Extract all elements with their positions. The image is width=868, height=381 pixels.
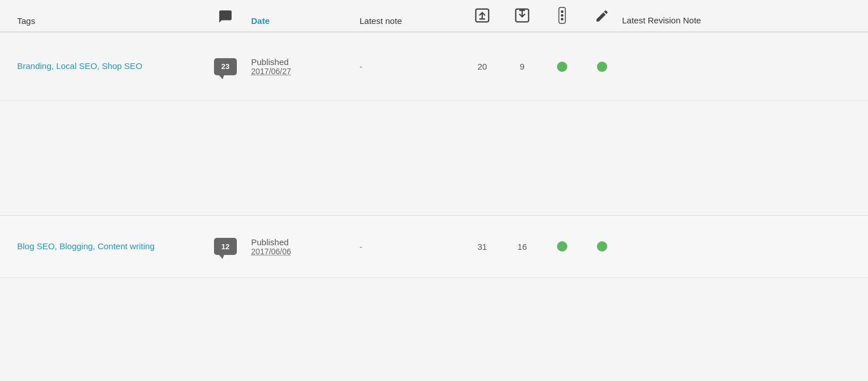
svg-point-8: [561, 14, 564, 17]
row1-tags[interactable]: Branding, Local SEO, Shop SEO: [17, 60, 200, 73]
row1-date-status: Published: [251, 57, 360, 67]
row1-green-dot1: [557, 62, 567, 72]
row2-dot1: [542, 241, 582, 252]
export-icon: [514, 7, 531, 24]
row1-green-dot2: [597, 62, 607, 72]
traffic-light-icon: [555, 7, 570, 24]
row2-tags[interactable]: Blog SEO, Blogging, Content writing: [17, 240, 200, 253]
row1-date-value: 2017/06/27: [251, 67, 360, 76]
row1-comments: 23: [200, 58, 251, 75]
empty-space: [0, 101, 868, 215]
col-header-icon3: [542, 7, 582, 26]
row1-col-num2: 9: [520, 62, 524, 71]
table-container: Tags Date Latest note: [0, 0, 868, 381]
import-icon: [474, 7, 491, 24]
col-header-latest-note: Latest note: [360, 16, 462, 26]
latest-note-header-label: Latest note: [360, 16, 402, 26]
table-row-2: Blog SEO, Blogging, Content writing 12 P…: [0, 215, 868, 278]
row1-dot2: [582, 62, 622, 72]
svg-point-9: [561, 18, 564, 21]
col-header-revision: Latest Revision Note: [622, 15, 713, 26]
row2-date: Published 2017/06/06: [251, 237, 360, 256]
svg-point-7: [561, 10, 564, 13]
row2-dot2: [582, 241, 622, 252]
row1-num2: 9: [502, 62, 542, 71]
comment-icon: [218, 9, 233, 24]
row1-latest-note-val: -: [360, 62, 362, 71]
row2-col-num2: 16: [518, 242, 527, 252]
col-header-tags: Tags: [17, 16, 200, 26]
col-header-comments: [200, 9, 251, 26]
pen-icon: [595, 8, 609, 24]
row2-num2: 16: [502, 242, 542, 252]
row1-tag-links[interactable]: Branding, Local SEO, Shop SEO: [17, 61, 142, 71]
tags-header-label: Tags: [17, 16, 35, 26]
date-header-label: Date: [251, 16, 270, 26]
col-header-date[interactable]: Date: [251, 16, 360, 26]
row2-num1: 31: [462, 242, 502, 252]
row2-green-dot2: [597, 241, 607, 252]
row1-col-num1: 20: [478, 62, 487, 71]
row2-green-dot1: [557, 241, 567, 252]
row2-col-num1: 31: [478, 242, 487, 252]
row1-dot1: [542, 62, 582, 72]
table-row: Branding, Local SEO, Shop SEO 23 Publish…: [0, 33, 868, 101]
col-header-icon2: [502, 7, 542, 26]
row1-comment-badge: 23: [214, 58, 237, 75]
row1-latest-note: -: [360, 62, 462, 71]
row2-date-status: Published: [251, 237, 360, 247]
row2-latest-note-val: -: [360, 242, 362, 252]
row1-num1: 20: [462, 62, 502, 71]
row2-latest-note: -: [360, 242, 462, 252]
revision-header-label: Latest Revision Note: [622, 15, 701, 25]
col-header-icon1: [462, 7, 502, 26]
row2-comment-badge: 12: [214, 238, 237, 255]
table-header: Tags Date Latest note: [0, 0, 868, 33]
row1-date: Published 2017/06/27: [251, 57, 360, 76]
row2-comments: 12: [200, 238, 251, 255]
row2-tag-links[interactable]: Blog SEO, Blogging, Content writing: [17, 241, 155, 251]
row2-date-value: 2017/06/06: [251, 247, 360, 256]
col-header-icon4: [582, 8, 622, 26]
